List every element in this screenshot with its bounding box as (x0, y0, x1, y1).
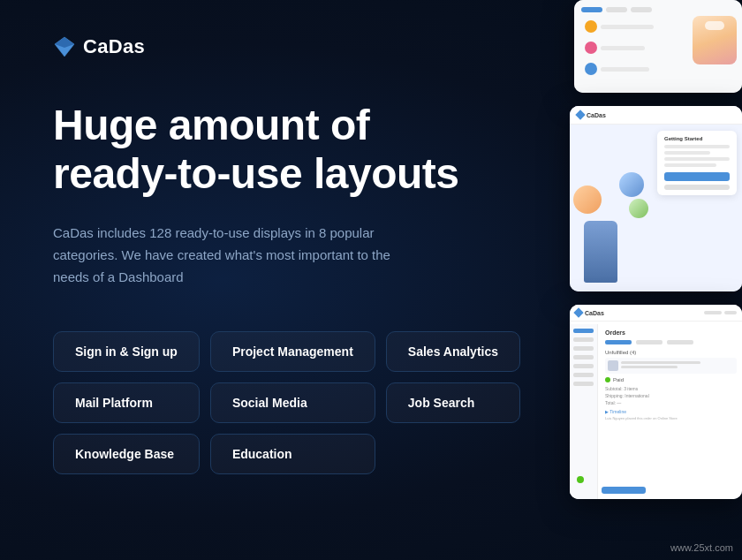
tag-social-media[interactable]: Social Media (210, 382, 375, 423)
screenshot-top (574, 0, 742, 93)
logo-text: CaDas (83, 35, 145, 58)
headline: Huge amount of ready-to-use layouts (53, 101, 468, 198)
logo: CaDas (53, 35, 468, 58)
tag-project-management[interactable]: Project Management (210, 331, 375, 372)
left-panel: CaDas Huge amount of ready-to-use layout… (0, 0, 512, 560)
logo-icon (53, 35, 76, 58)
screenshot-bottom: CaDas Orders (570, 305, 742, 499)
tag-sign-in[interactable]: Sign in & Sign up (53, 331, 200, 372)
description: CaDas includes 128 ready-to-use displays… (53, 223, 406, 288)
tags-grid: Sign in & Sign up Project Management Sal… (53, 331, 468, 474)
tag-knowledge-base[interactable]: Knowledge Base (53, 434, 200, 474)
tag-education[interactable]: Education (210, 434, 375, 474)
screenshot-middle: CaDas Getting Started (570, 106, 742, 291)
tag-sales-analytics[interactable]: Sales Analytics (386, 331, 520, 372)
tag-job-search[interactable]: Job Search (386, 382, 520, 423)
tag-mail-platform[interactable]: Mail Platform (53, 382, 200, 423)
watermark: www.25xt.com (670, 542, 733, 553)
right-panel: CaDas Getting Started (512, 0, 742, 560)
